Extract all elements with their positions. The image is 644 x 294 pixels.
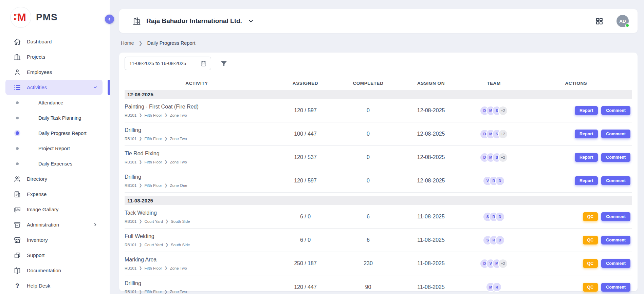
location-segment: RB101 xyxy=(125,219,136,223)
sidebar-item-projects[interactable]: Projects xyxy=(5,49,103,64)
table-row: DrillingRB101❯Fifth Floor❯Zone Two120 / … xyxy=(125,275,632,294)
comment-button[interactable]: Comment xyxy=(601,212,630,221)
assigned-cell: 120 / 537 xyxy=(269,154,342,160)
qc-button[interactable]: QC xyxy=(583,259,598,268)
report-button[interactable]: Report xyxy=(575,106,598,115)
activity-cell: Full WeldingRB101❯Court Yard❯South Side xyxy=(125,233,269,247)
sidebar-item-employees[interactable]: Employees xyxy=(5,64,103,80)
location-segment: RB101 xyxy=(125,160,136,164)
sidebar-item-inventory[interactable]: Inventory xyxy=(5,232,103,248)
qc-button[interactable]: QC xyxy=(583,236,598,244)
breadcrumb-home[interactable]: Home xyxy=(121,40,134,46)
comment-button[interactable]: Comment xyxy=(601,283,630,292)
team-cell: VRD xyxy=(467,177,520,185)
report-button[interactable]: Report xyxy=(575,153,598,162)
location-segment: Zone Two xyxy=(170,113,187,117)
location-segment: Fifth Floor xyxy=(144,290,162,294)
team-extra-count: +2 xyxy=(499,153,507,162)
location-segment: Zone Two xyxy=(170,290,187,294)
activity-title: Drilling xyxy=(125,280,269,287)
building-icon xyxy=(132,17,141,25)
content-card: 11-08-2025 to 16-08-2025 ACTIVITYASSIGNE… xyxy=(119,53,638,291)
sidebar: M PMS DashboardProjectsEmployeesActiviti… xyxy=(0,0,110,294)
chevron-right-icon: ❯ xyxy=(139,183,142,188)
qc-button[interactable]: QC xyxy=(583,212,598,221)
activity-cell: DrillingRB101❯Fifth Floor❯Zone One xyxy=(125,174,269,188)
qc-button[interactable]: QC xyxy=(583,283,598,292)
table-body: 12-08-2025Painting - First Coat (Fire Re… xyxy=(125,90,632,294)
chevron-right-icon: ❯ xyxy=(164,136,167,141)
assigned-cell: 100 / 447 xyxy=(269,131,342,137)
report-button[interactable]: Report xyxy=(575,130,598,138)
assign-on-cell: 11-08-2025 xyxy=(394,214,467,220)
assign-on-cell: 11-08-2025 xyxy=(394,237,467,243)
users-icon xyxy=(14,175,21,183)
location-segment: Zone One xyxy=(170,183,187,188)
company-selector[interactable]: Raja Bahadur International Ltd. xyxy=(132,17,254,25)
bullet-dot-icon xyxy=(16,132,19,135)
filter-funnel-icon[interactable] xyxy=(220,60,228,67)
assigned-cell: 6 / 0 xyxy=(269,237,342,243)
completed-cell: 230 xyxy=(342,260,394,267)
chevron-right-icon: ❯ xyxy=(164,290,167,294)
location-segment: Fifth Floor xyxy=(144,183,162,188)
sidebar-subitem-project-report[interactable]: Project Report xyxy=(5,141,103,156)
sidebar-item-documentation[interactable]: Documentation xyxy=(5,263,103,278)
comment-button[interactable]: Comment xyxy=(601,106,630,115)
online-status-dot xyxy=(625,23,629,27)
date-range-value: 11-08-2025 to 16-08-2025 xyxy=(129,61,186,66)
chevron-right-icon: ❯ xyxy=(139,41,143,46)
activity-cell: Tie Rod FixingRB101❯Fifth Floor❯Zone Two xyxy=(125,151,269,164)
sidebar-subitem-daily-progress-report[interactable]: Daily Progress Report xyxy=(5,125,103,141)
comment-button[interactable]: Comment xyxy=(601,236,630,244)
activity-cell: Painting - First Coat (Fire Red)RB101❯Fi… xyxy=(125,104,269,117)
date-range-input[interactable]: 11-08-2025 to 16-08-2025 xyxy=(125,57,211,70)
activity-location: RB101❯Fifth Floor❯Zone Two xyxy=(125,266,269,270)
location-segment: South Side xyxy=(171,219,190,223)
activity-location: RB101❯Fifth Floor❯Zone One xyxy=(125,183,269,188)
bullet-dot-icon xyxy=(16,147,19,150)
sidebar-item-support[interactable]: Support xyxy=(5,248,103,263)
user-avatar[interactable]: AD xyxy=(617,15,629,27)
sidebar-collapse-button[interactable] xyxy=(105,15,114,24)
assigned-cell: 120 / 447 xyxy=(269,284,342,290)
sidebar-item-help-desk[interactable]: ?Help Desk xyxy=(5,278,103,293)
team-cell: SRD xyxy=(467,236,520,244)
sidebar-subitem-daily-task-planning[interactable]: Daily Task Planning xyxy=(5,110,103,125)
sidebar-item-activities[interactable]: Activities xyxy=(5,80,103,95)
location-segment: Fifth Floor xyxy=(144,113,162,117)
chevron-right-icon: ❯ xyxy=(139,160,142,164)
location-segment: RB101 xyxy=(125,113,136,117)
brand-logo[interactable]: M PMS xyxy=(0,0,110,28)
sidebar-subitem-attendance[interactable]: Attendance xyxy=(5,95,103,110)
sidebar-item-image-gallary[interactable]: Image Gallary xyxy=(5,202,103,217)
archive-icon xyxy=(14,221,21,229)
sidebar-item-directory[interactable]: Directory xyxy=(5,171,103,187)
assigned-cell: 120 / 597 xyxy=(269,107,342,114)
comment-button[interactable]: Comment xyxy=(601,176,630,185)
sidebar-item-dashboard[interactable]: Dashboard xyxy=(5,34,103,49)
sidebar-item-administration[interactable]: Administration xyxy=(5,217,103,232)
location-segment: Zone Two xyxy=(170,160,187,164)
team-member-avatar: D xyxy=(496,236,504,244)
location-segment: Fifth Floor xyxy=(144,160,162,164)
comment-button[interactable]: Comment xyxy=(601,259,630,268)
chevron-right-icon: ❯ xyxy=(139,290,142,294)
bullet-dot-icon xyxy=(16,101,19,104)
activity-cell: DrillingRB101❯Fifth Floor❯Zone Two xyxy=(125,280,269,294)
chevron-right-icon: ❯ xyxy=(165,242,168,247)
team-cell: DVM+2 xyxy=(467,259,520,268)
comment-button[interactable]: Comment xyxy=(601,130,630,138)
report-button[interactable]: Report xyxy=(575,176,598,185)
apps-grid-icon[interactable] xyxy=(595,17,604,25)
activity-title: Painting - First Coat (Fire Red) xyxy=(125,104,269,110)
column-header-completed: COMPLETED xyxy=(342,81,394,86)
sidebar-subitem-daily-expenses[interactable]: Daily Expenses xyxy=(5,156,103,171)
sidebar-item-expense[interactable]: Expense xyxy=(5,187,103,202)
calendar-icon xyxy=(200,60,207,67)
header-right: AD xyxy=(595,15,629,27)
chevron-down-icon xyxy=(93,85,98,90)
comment-button[interactable]: Comment xyxy=(601,153,630,162)
team-member-avatar: R xyxy=(493,283,501,291)
main-area: Raja Bahadur International Ltd. AD xyxy=(110,0,644,294)
